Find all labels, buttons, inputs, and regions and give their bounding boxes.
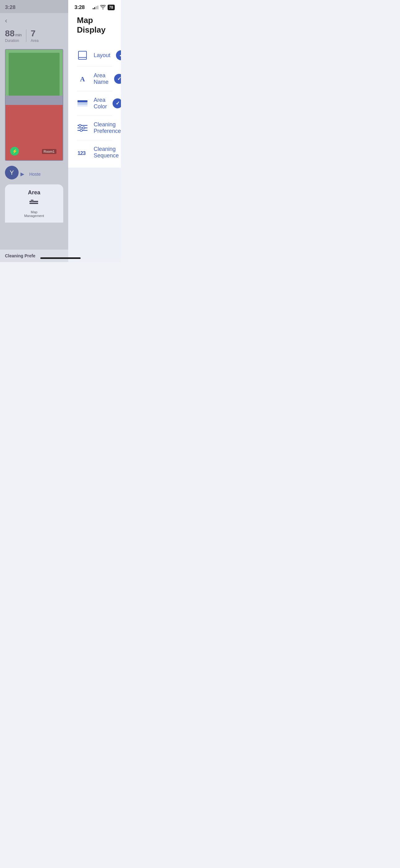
status-bar: 3:28 78 (68, 0, 121, 13)
area-color-label: Area Color (94, 97, 107, 110)
bg-area-value: 7 (31, 29, 38, 38)
bg-back-button[interactable]: ‹ (0, 13, 68, 29)
bg-area-stat: 7 Area (31, 29, 38, 43)
bg-duration-stat: 88 min Duration (5, 29, 22, 43)
bg-duration-value: 88 (5, 29, 14, 38)
area-color-check[interactable]: ✓ (112, 98, 121, 108)
bg-map: ⚡ Room1 (5, 49, 63, 161)
lightning-icon: ⚡ (10, 147, 19, 156)
map-top (6, 50, 63, 105)
map-display-panel: Map Display Layout ✓ (68, 0, 121, 262)
bg-avatar: Y (5, 166, 19, 180)
signal-bar-4 (97, 6, 98, 9)
map-room-label: Room1 (42, 149, 57, 154)
svg-rect-3 (78, 51, 87, 57)
layout-label: Layout (94, 52, 110, 59)
bg-bottom-card: Area MapManagement (5, 184, 63, 223)
panel-items-list: Layout ✓ A Area Name ✓ (68, 41, 121, 168)
battery-value: 78 (109, 5, 113, 10)
svg-rect-8 (77, 105, 88, 106)
check-icon: ✓ (116, 101, 120, 106)
wifi-icon (100, 5, 106, 10)
panel-item-area-name[interactable]: A Area Name ✓ (77, 67, 112, 91)
bg-bottom: Y ▶ Hoste Area Ma (0, 161, 68, 227)
svg-rect-0 (29, 201, 38, 202)
svg-text:A: A (80, 75, 85, 83)
battery-badge: 78 (108, 5, 115, 10)
cleaning-seq-icon: 123 (77, 147, 88, 158)
bg-cleaning-pref: Cleaning Prefe (0, 250, 68, 262)
svg-rect-4 (78, 57, 87, 59)
map-grey (6, 96, 63, 105)
map-management-label: MapManagement (24, 210, 44, 218)
bg-duration-label: Duration (5, 38, 22, 43)
signal-bar-3 (96, 6, 97, 9)
area-name-icon: A (77, 73, 88, 85)
panel-title: Map Display (77, 16, 112, 35)
area-color-icon (77, 98, 88, 109)
signal-bar-1 (93, 8, 94, 9)
bg-area-title: Area (10, 189, 58, 196)
check-icon: ✓ (119, 53, 121, 58)
app-wrapper: 3:28 ‹ 88 min Duration 7 Area (0, 0, 121, 262)
panel-item-cleaning-pref[interactable]: Cleaning Preference ✓ (77, 116, 112, 140)
panel-item-layout[interactable]: Layout ✓ (77, 44, 112, 67)
cleaning-pref-label: Cleaning Preference (94, 121, 121, 134)
svg-rect-7 (77, 103, 88, 104)
svg-rect-1 (29, 203, 38, 204)
cleaning-pref-icon (77, 122, 88, 133)
svg-rect-6 (77, 100, 88, 102)
background-app: 3:28 ‹ 88 min Duration 7 Area (0, 0, 68, 262)
panel-empty-area (68, 168, 121, 262)
bg-area-label: Area (31, 38, 38, 43)
bg-play-icon: ▶ (21, 172, 24, 177)
area-name-check[interactable]: ✓ (114, 74, 121, 84)
svg-point-14 (80, 129, 82, 132)
bg-status-bar: 3:28 (0, 0, 68, 13)
svg-point-12 (79, 124, 81, 127)
svg-point-13 (83, 127, 85, 129)
signal-bar-2 (94, 7, 95, 9)
bg-duration-unit: min (15, 33, 22, 37)
area-name-label: Area Name (94, 72, 108, 85)
bg-map-mgmt: MapManagement (10, 199, 58, 218)
panel-item-area-color[interactable]: Area Color ✓ (77, 91, 112, 116)
bg-stats-divider (26, 30, 26, 42)
map-top-inner (9, 53, 60, 102)
map-bottom: ⚡ Room1 (6, 105, 63, 160)
panel-item-cleaning-seq[interactable]: 123 Cleaning Sequence ✓ (77, 140, 112, 164)
map-management-icon (29, 199, 39, 209)
status-time: 3:28 (74, 4, 85, 10)
cleaning-seq-label: Cleaning Sequence (94, 146, 119, 159)
bg-time: 3:28 (5, 4, 15, 10)
bg-stats: 88 min Duration 7 Area (0, 29, 68, 49)
layout-check[interactable]: ✓ (116, 50, 121, 60)
check-icon: ✓ (117, 76, 121, 81)
bg-hoste-text: Hoste (29, 172, 41, 177)
home-indicator (40, 257, 80, 259)
status-icons: 78 (93, 5, 115, 10)
layout-icon (77, 50, 88, 61)
signal-bars (93, 6, 98, 9)
svg-text:123: 123 (77, 150, 86, 156)
